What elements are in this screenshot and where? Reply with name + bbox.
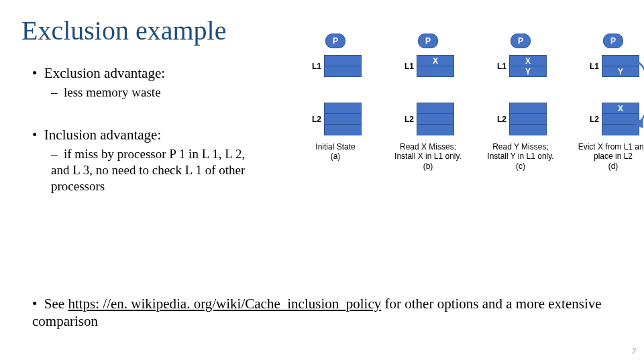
l2-label: L2 [587, 115, 599, 124]
l1-cell [324, 66, 362, 77]
l2-stack: L2 [480, 103, 561, 135]
l2-cell [324, 113, 362, 125]
l2-cell [509, 113, 547, 125]
l1-cell: X [509, 55, 547, 66]
panel-caption-id: (b) [423, 162, 433, 171]
panel-caption-text: Evict X from L1 and place in L2 [578, 142, 644, 161]
bullet-exclusion-text: Exclusion advantage: [44, 65, 165, 81]
page-number: 7 [632, 346, 637, 357]
panel-caption-id: (d) [608, 162, 619, 171]
l2-cell [417, 124, 454, 135]
l2-cell [324, 103, 362, 114]
l1-label: L1 [309, 62, 321, 71]
bullet-list: • Exclusion advantage: – less memory was… [32, 64, 287, 208]
panel-caption-text: Initial State [315, 142, 355, 152]
l2-label: L2 [309, 115, 321, 124]
panel-caption: Read X Misses; Install X in L1 only. (b) [388, 142, 468, 172]
panel-caption-id: (a) [331, 152, 341, 161]
l1-label: L1 [587, 62, 599, 71]
bullet-exclusion: • Exclusion advantage: [32, 64, 287, 82]
l2-cell [417, 103, 454, 114]
l1-stack: L1 [295, 55, 376, 77]
panel-caption: Read Y Misses; Install Y in L1 only. (c) [480, 142, 561, 172]
panel-caption-text: Read X Misses; Install X in L1 only. [394, 142, 462, 161]
slide-title: Exclusion example [21, 15, 226, 46]
panel-caption-id: (c) [516, 162, 525, 171]
l1-stack: L1 X [388, 55, 468, 77]
eviction-arrow-icon [633, 56, 644, 137]
cache-diagram: P L1 L2 Initial State (a) P L1 [294, 34, 643, 248]
l2-cell [509, 124, 547, 135]
panel-d: P L1 Y L2 X Evict X from L1 and place in… [573, 34, 644, 172]
see-also-bullet: • See https: //en. wikipedia. org/wiki/C… [32, 295, 617, 330]
l1-label: L1 [402, 62, 414, 71]
see-also-pre: See [44, 296, 68, 312]
processor-icon: P [418, 34, 438, 48]
l2-stack: L2 [295, 103, 376, 135]
l1-stack: L1 X Y [480, 55, 561, 77]
l2-label: L2 [402, 115, 414, 124]
l1-cell: Y [509, 66, 547, 77]
l2-cell [417, 113, 454, 125]
bullet-exclusion-sub: – less memory waste [51, 84, 287, 101]
processor-icon: P [325, 34, 345, 48]
l1-cell: X [417, 55, 454, 66]
l1-label: L1 [494, 62, 506, 71]
bullet-inclusion-text: Inclusion advantage: [44, 127, 161, 143]
panel-caption-text: Read Y Misses; Install Y in L1 only. [487, 142, 553, 161]
processor-icon: P [603, 34, 623, 48]
processor-icon: P [511, 34, 531, 48]
panel-c: P L1 X Y L2 Read Y Misses; Install Y in … [480, 34, 561, 172]
panel-caption: Initial State (a) [295, 142, 376, 172]
panel-a: P L1 L2 Initial State (a) [295, 34, 376, 172]
bullet-exclusion-sub-text: less memory waste [64, 85, 161, 99]
l1-cell [324, 55, 362, 66]
l2-stack: L2 [388, 103, 468, 135]
panel-caption: Evict X from L1 and place in L2 (d) [573, 142, 644, 172]
l1-cell [417, 66, 454, 77]
l2-cell [509, 103, 547, 114]
l2-cell [324, 124, 362, 135]
bullet-inclusion: • Inclusion advantage: [32, 126, 287, 143]
panel-b: P L1 X L2 Read X Misses; Install X in L1… [388, 34, 468, 172]
l2-label: L2 [494, 115, 506, 124]
bullet-inclusion-sub: – if miss by processor P 1 in L 1, L 2, … [51, 146, 266, 194]
wiki-link[interactable]: https: //en. wikipedia. org/wiki/Cache_i… [68, 296, 381, 312]
bullet-inclusion-sub-text: if miss by processor P 1 in L 1, L 2, an… [51, 147, 245, 193]
